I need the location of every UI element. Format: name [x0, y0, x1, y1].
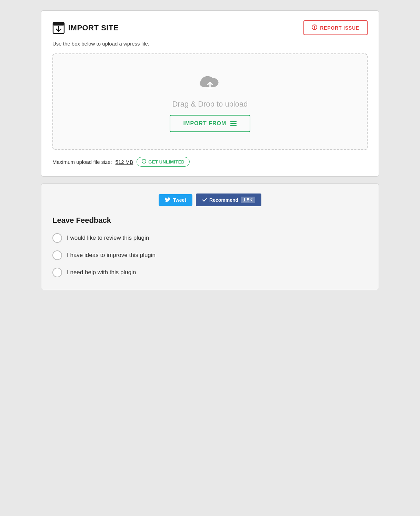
- feedback-title: Leave Feedback: [52, 216, 368, 225]
- import-site-icon: [52, 22, 65, 34]
- feedback-option-review[interactable]: I would like to review this plugin: [52, 233, 368, 243]
- svg-point-5: [314, 28, 315, 29]
- radio-help[interactable]: [52, 268, 62, 277]
- svg-rect-11: [208, 88, 212, 89]
- radio-ideas[interactable]: [52, 250, 62, 260]
- file-size-row: Maximum upload file size: 512 MB GET UNL…: [52, 157, 368, 167]
- twitter-icon: [165, 197, 170, 203]
- feedback-option-ideas[interactable]: I have ideas to improve this plugin: [52, 250, 368, 260]
- social-buttons: Tweet Recommend 1.5K: [52, 194, 368, 206]
- feedback-option-review-label: I would like to review this plugin: [67, 235, 149, 241]
- report-issue-button[interactable]: REPORT ISSUE: [303, 20, 368, 35]
- report-issue-label: REPORT ISSUE: [320, 25, 359, 31]
- feedback-option-help[interactable]: I need help with this plugin: [52, 268, 368, 277]
- import-site-card: IMPORT SITE REPORT ISSUE Use the box bel…: [41, 10, 379, 177]
- page-wrapper: IMPORT SITE REPORT ISSUE Use the box bel…: [41, 10, 379, 290]
- file-size-label: Maximum upload file size:: [52, 159, 112, 165]
- feedback-options: I would like to review this plugin I hav…: [52, 233, 368, 277]
- info-circle-icon: [142, 159, 146, 165]
- import-site-title: IMPORT SITE: [68, 23, 119, 32]
- svg-rect-1: [53, 22, 64, 26]
- menu-lines-icon: [230, 121, 237, 126]
- recommend-button[interactable]: Recommend 1.5K: [196, 194, 261, 206]
- feedback-option-help-label: I need help with this plugin: [67, 269, 136, 276]
- file-size-value: 512 MB: [116, 159, 133, 165]
- feedback-option-ideas-label: I have ideas to improve this plugin: [67, 252, 156, 259]
- card-header: IMPORT SITE REPORT ISSUE: [52, 20, 368, 35]
- svg-point-14: [144, 160, 144, 160]
- checkmark-icon: [202, 197, 207, 203]
- import-from-label: IMPORT FROM: [183, 120, 227, 127]
- recommend-label: Recommend: [209, 197, 238, 203]
- drop-zone[interactable]: Drag & Drop to upload IMPORT FROM: [52, 53, 368, 150]
- import-from-button[interactable]: IMPORT FROM: [170, 115, 251, 132]
- alert-circle-icon: [312, 24, 317, 31]
- tweet-label: Tweet: [173, 197, 186, 203]
- import-subtitle: Use the box below to upload a wpress fil…: [52, 41, 368, 47]
- feedback-card: Tweet Recommend 1.5K Leave Feedback I wo…: [41, 183, 379, 290]
- drop-text: Drag & Drop to upload: [172, 100, 248, 109]
- recommend-count: 1.5K: [241, 197, 255, 203]
- card-title-area: IMPORT SITE: [52, 22, 119, 34]
- tweet-button[interactable]: Tweet: [159, 194, 192, 206]
- radio-review[interactable]: [52, 233, 62, 243]
- get-unlimited-label: GET UNLIMITED: [148, 159, 184, 165]
- cloud-upload-icon: [198, 71, 222, 93]
- get-unlimited-button[interactable]: GET UNLIMITED: [137, 157, 190, 167]
